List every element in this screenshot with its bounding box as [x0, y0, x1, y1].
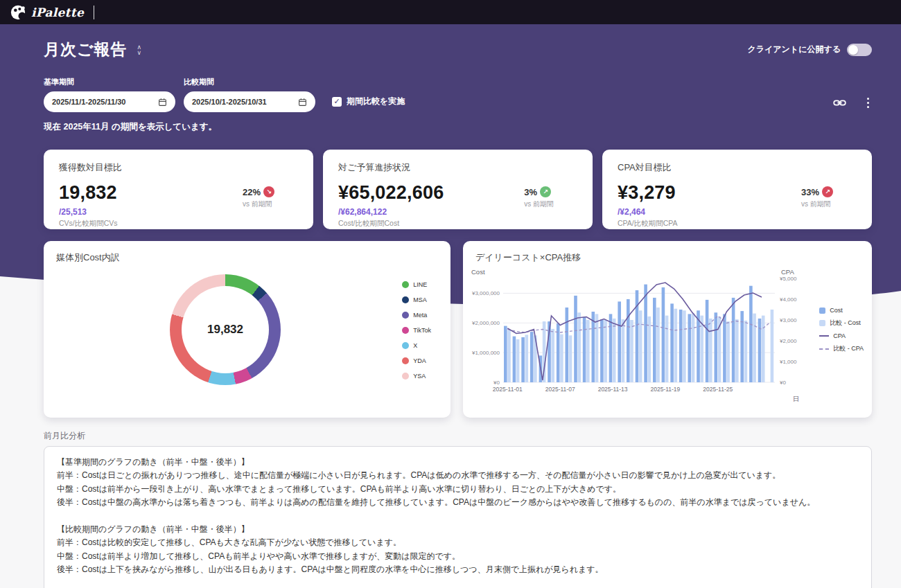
- daily-legend-label: CPA: [833, 332, 846, 339]
- analysis-line: 【比較期間のグラフの動き（前半・中盤・後半）】: [57, 523, 859, 536]
- change-badge-icon: ↗: [540, 186, 551, 197]
- svg-text:2025-11-01: 2025-11-01: [493, 386, 523, 393]
- svg-text:¥0: ¥0: [779, 380, 786, 386]
- daily-legend-label: Cost: [830, 307, 843, 314]
- svg-text:¥1,000,000: ¥1,000,000: [471, 350, 500, 356]
- base-period-block: 基準期間 2025/11/1-2025/11/30: [44, 77, 175, 112]
- period-compare-checkbox[interactable]: ✓ 期間比較を実施: [332, 96, 405, 107]
- media-legend-label: Meta: [413, 312, 427, 319]
- publish-toggle[interactable]: [847, 44, 872, 56]
- legend-swatch-icon: [819, 348, 829, 350]
- analysis-block: 【基準期間のグラフの動き（前半・中盤・後半）】前半：Costは日ごとの振れがあり…: [57, 456, 859, 510]
- share-link-icon[interactable]: [833, 96, 846, 109]
- calendar-icon[interactable]: [158, 98, 167, 107]
- svg-text:¥3,000: ¥3,000: [779, 317, 797, 323]
- daily-legend-item[interactable]: CPA: [819, 332, 864, 339]
- compare-period-label: 比較期間: [184, 77, 315, 87]
- ipalette-logo-icon[interactable]: [10, 4, 26, 21]
- kpi-target: /¥2,464: [618, 207, 678, 217]
- daily-chart-title: デイリーコスト×CPA推移: [475, 251, 581, 264]
- svg-text:Cost: Cost: [471, 268, 485, 276]
- kpi-value: 19,832: [59, 182, 118, 204]
- media-legend-item[interactable]: TikTok: [402, 327, 431, 334]
- analysis-block: 【比較期間のグラフの動き（前半・中盤・後半）】前半：Costは比較的安定して推移…: [57, 523, 859, 577]
- more-menu-icon[interactable]: [864, 96, 872, 109]
- base-period-value: 2025/11/1-2025/11/30: [52, 98, 158, 106]
- analysis-line: 中盤：Costは前半から一段引き上がり、高い水準でまとまって推移しています。CP…: [57, 483, 859, 496]
- daily-legend-label: 比較 - Cost: [830, 319, 861, 328]
- kpi-title: 対ご予算進捗状況: [338, 161, 577, 174]
- daily-cost-cpa-card: デイリーコスト×CPA推移 ¥3,000,000¥2,000,000¥1,000…: [463, 241, 872, 418]
- calendar-icon[interactable]: [298, 98, 307, 107]
- svg-text:¥0: ¥0: [493, 380, 500, 386]
- daily-legend-label: 比較 - CPA: [833, 344, 864, 353]
- monthly-report-page: iPalette 月次ご報告 ∧ ∨ クライアントに公開する 基準期間 2025…: [0, 0, 901, 588]
- media-legend-label: LINE: [413, 281, 427, 288]
- publish-control: クライアントに公開する: [747, 44, 872, 56]
- media-cost-card: 媒体別Cost内訳 19,832 LINEMSAMetaTikTokXYDAYS…: [44, 241, 450, 418]
- media-legend-label: MSA: [413, 296, 427, 303]
- kpi-caption: Cost/比較期間Cost: [338, 219, 444, 229]
- chevron-down-icon: ∨: [137, 50, 142, 55]
- media-legend-label: YSA: [413, 373, 426, 380]
- legend-dot-icon: [402, 373, 409, 380]
- media-legend-item[interactable]: YSA: [402, 373, 431, 380]
- title-row: 月次ご報告 ∧ ∨ クライアントに公開する: [44, 24, 872, 60]
- analysis-line: 後半：Costは中盤の高水準からは落ち着きつつも、前半よりは高めの配信量を維持し…: [57, 496, 859, 509]
- kpi-card-cv: 獲得数対目標比 19,832 /25,513 CVs/比較期間CVs 22% ↘…: [44, 150, 313, 229]
- kpi-vs-label: vs 前期間: [801, 199, 833, 209]
- svg-text:¥3,000,000: ¥3,000,000: [471, 290, 500, 296]
- media-legend-item[interactable]: LINE: [402, 281, 431, 288]
- page-content: 月次ご報告 ∧ ∨ クライアントに公開する 基準期間 2025/11/1-202…: [0, 24, 901, 588]
- svg-text:¥1,000: ¥1,000: [779, 359, 797, 365]
- media-legend: LINEMSAMetaTikTokXYDAYSA: [402, 281, 431, 380]
- media-legend-item[interactable]: MSA: [402, 296, 431, 303]
- daily-legend-item[interactable]: Cost: [819, 307, 864, 314]
- analysis-line: 後半：Costは上下を挟みながら推移し、山が出る日もあります。CPAは中盤と同程…: [57, 563, 859, 576]
- legend-dot-icon: [402, 357, 409, 364]
- analysis-line: 中盤：Costは前半より増加して推移し、CPAも前半よりやや高い水準で推移します…: [57, 550, 859, 563]
- legend-dot-icon: [402, 342, 409, 349]
- header-divider: [94, 6, 94, 19]
- kpi-target: /25,513: [59, 207, 118, 217]
- current-period-status: 現在 2025年11月 の期間を表示しています。: [44, 121, 872, 133]
- compare-period-value: 2025/10/1-2025/10/31: [192, 98, 298, 106]
- media-cost-title: 媒体別Cost内訳: [56, 251, 120, 264]
- compare-period-block: 比較期間 2025/10/1-2025/10/31: [184, 77, 315, 112]
- kpi-vs-label: vs 前期間: [524, 199, 554, 209]
- svg-text:2025-11-13: 2025-11-13: [598, 386, 628, 393]
- analysis-section: 前月比分析 【基準期間のグラフの動き（前半・中盤・後半）】前半：Costは日ごと…: [44, 430, 872, 588]
- toggle-knob: [848, 45, 858, 55]
- kpi-card-cost: 対ご予算進捗状況 ¥65,022,606 /¥62,864,122 Cost/比…: [323, 150, 593, 229]
- kpi-caption: CVs/比較期間CVs: [59, 219, 118, 229]
- media-legend-item[interactable]: YDA: [402, 357, 431, 364]
- media-legend-item[interactable]: Meta: [402, 312, 431, 319]
- kpi-change-pct: 22%: [243, 187, 261, 197]
- legend-swatch-icon: [819, 335, 829, 337]
- period-compare-label: 期間比較を実施: [347, 96, 405, 107]
- svg-text:¥5,000: ¥5,000: [779, 276, 797, 282]
- app-header: iPalette: [0, 0, 901, 24]
- daily-legend-item[interactable]: 比較 - CPA: [819, 344, 864, 353]
- legend-swatch-icon: [819, 308, 825, 314]
- analysis-label: 前月比分析: [44, 430, 872, 442]
- kpi-change-pct: 33%: [801, 187, 819, 197]
- kpi-target: /¥62,864,122: [338, 207, 444, 217]
- legend-dot-icon: [402, 296, 409, 303]
- brand-name[interactable]: iPalette: [31, 6, 84, 19]
- compare-period-input[interactable]: 2025/10/1-2025/10/31: [184, 91, 315, 112]
- report-select-chevrons[interactable]: ∧ ∨: [137, 44, 142, 55]
- action-icons: [833, 96, 872, 109]
- change-badge-icon: ↘: [263, 186, 274, 197]
- kpi-change-pct: 3%: [524, 187, 537, 197]
- legend-swatch-icon: [819, 320, 825, 326]
- kpi-title: 獲得数対目標比: [59, 161, 298, 174]
- svg-text:¥2,000: ¥2,000: [779, 338, 797, 344]
- svg-text:2025-11-25: 2025-11-25: [703, 386, 733, 393]
- daily-legend-item[interactable]: 比較 - Cost: [819, 319, 864, 328]
- analysis-line: 前半：Costは日ごとの振れがありつつ推移し、途中に配信量が極端に小さい日が見ら…: [57, 469, 859, 482]
- kpi-card-cpa: CPA対目標比 ¥3,279 /¥2,464 CPA/比較期間CPA 33% ↗…: [602, 150, 872, 229]
- change-badge-icon: ↗: [822, 186, 833, 197]
- base-period-input[interactable]: 2025/11/1-2025/11/30: [44, 91, 175, 112]
- media-legend-item[interactable]: X: [402, 342, 431, 349]
